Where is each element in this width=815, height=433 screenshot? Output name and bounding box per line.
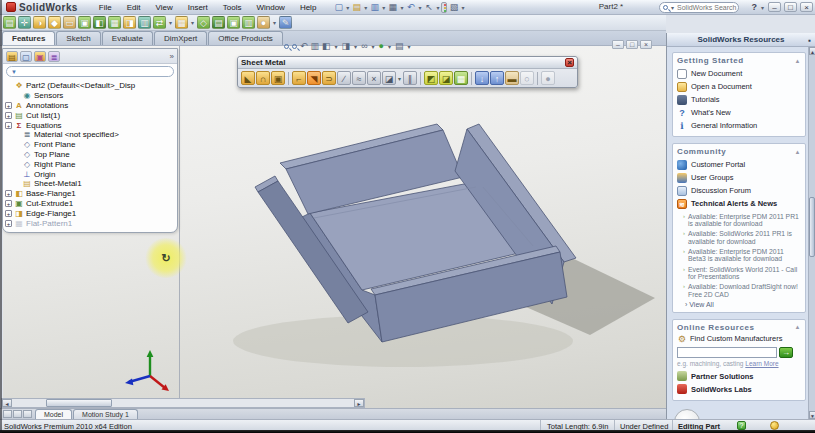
rip-icon[interactable]: ∥ <box>403 71 417 85</box>
link-open-a-document[interactable]: Open a Document <box>677 80 801 93</box>
panel-splitter[interactable] <box>179 46 180 408</box>
zoom-fit-icon[interactable] <box>284 44 289 49</box>
scene-icon[interactable]: ▤ <box>395 41 404 51</box>
sheet-metal-toolbar-titlebar[interactable]: Sheet Metal × <box>238 57 577 69</box>
tab-motion-study-1[interactable]: Motion Study 1 <box>73 409 138 419</box>
search-input[interactable] <box>677 4 737 11</box>
search-icon[interactable] <box>663 5 668 10</box>
appearances-icon[interactable]: ● <box>379 41 384 51</box>
tool-icon-6[interactable]: ▣ <box>78 16 91 29</box>
expand-icon[interactable]: + <box>5 210 12 217</box>
tree-item-flat-pattern1[interactable]: +▦Flat-Pattern1 <box>3 218 177 228</box>
tool-icon-2[interactable]: ✛ <box>18 16 31 29</box>
close-button[interactable]: × <box>800 2 813 12</box>
edge-flange-icon[interactable]: ⌐ <box>292 71 306 85</box>
menu-tools[interactable]: Tools <box>216 2 249 13</box>
save-caret-icon[interactable]: ▾ <box>382 4 385 11</box>
link-partner-solutions[interactable]: Partner Solutions <box>677 370 801 383</box>
base-flange-icon[interactable]: ◣ <box>241 71 255 85</box>
tab-office-products[interactable]: Office Products <box>208 31 283 45</box>
split-pane-icon[interactable] <box>23 410 32 418</box>
tree-item-cut-extrude1[interactable]: +▣Cut-Extrude1 <box>3 199 177 209</box>
link-solidworks-labs[interactable]: SolidWorks Labs <box>677 383 801 396</box>
expand-icon[interactable]: + <box>5 122 12 129</box>
vent-icon[interactable]: ▦ <box>454 71 468 85</box>
tool-icon-3[interactable]: ◑ <box>33 16 46 29</box>
view-orientation-icon[interactable]: ◧ <box>322 41 331 51</box>
flatten-icon[interactable]: ▬ <box>505 71 519 85</box>
doc-restore-button[interactable]: □ <box>626 40 638 49</box>
tree-filter[interactable]: ▼ <box>6 66 174 77</box>
link-technical-alerts[interactable]: ≋Technical Alerts & News <box>677 197 801 210</box>
tree-item-edge-flange1[interactable]: +◨Edge-Flange1 <box>3 208 177 218</box>
news-item[interactable]: ›Available: Download DraftSight now! Fre… <box>683 283 801 298</box>
new-caret-icon[interactable]: ▾ <box>346 4 349 11</box>
hide-show-items-icon[interactable]: ∞ <box>361 41 367 51</box>
tree-item-equations[interactable]: +ΣEquations <box>3 120 177 130</box>
tab-evaluate[interactable]: Evaluate <box>102 31 153 45</box>
extruded-cut-icon[interactable]: ◪ <box>382 71 396 85</box>
previous-view-icon[interactable]: ↶ <box>300 41 308 51</box>
print-icon[interactable]: ▦ <box>387 2 398 13</box>
tree-item-material[interactable]: ≣Material <not specified> <box>3 130 177 140</box>
menu-help[interactable]: Help <box>293 2 323 13</box>
link-user-groups[interactable]: User Groups <box>677 171 801 184</box>
scene-caret-icon[interactable]: ▾ <box>408 43 411 50</box>
tool-icon-16[interactable]: ▥ <box>242 16 255 29</box>
save-icon[interactable]: ▥ <box>369 2 380 13</box>
print-caret-icon[interactable]: ▾ <box>400 4 403 11</box>
section-view-icon[interactable]: ▥ <box>311 41 320 51</box>
scroll-down-icon[interactable]: ▼ <box>809 411 815 419</box>
display-style-icon[interactable]: ◨ <box>342 41 351 51</box>
tree-item-sensors[interactable]: ◉Sensors <box>3 91 177 101</box>
tool-icon-10[interactable]: ▥ <box>138 16 151 29</box>
task-pane-header[interactable]: SolidWorks Resources ▪ <box>667 33 815 47</box>
help-icon[interactable]: ? <box>751 2 757 12</box>
tree-item-part2[interactable]: ❖Part2 (Default<<Default>_Disp <box>3 81 177 91</box>
tool-caret-icon[interactable]: ▾ <box>273 19 276 26</box>
task-pane-scrollbar[interactable]: ▲ ▼ <box>808 47 815 419</box>
tool-icon-13[interactable]: ◇ <box>197 16 210 29</box>
expand-icon[interactable]: + <box>5 200 12 207</box>
welded-corner-icon[interactable]: ◪ <box>439 71 453 85</box>
menu-view[interactable]: View <box>149 2 180 13</box>
menu-file[interactable]: File <box>92 2 119 13</box>
go-button[interactable]: → <box>779 347 793 358</box>
tree-item-sheet-metal1[interactable]: ▤Sheet-Metal1 <box>3 179 177 189</box>
display-style-caret-icon[interactable]: ▾ <box>354 43 357 50</box>
toolbar-close-icon[interactable]: × <box>565 58 574 67</box>
hscroll-thumb[interactable] <box>46 399 112 407</box>
scrollbar-thumb[interactable] <box>809 197 815 257</box>
cross-break-icon[interactable]: × <box>367 71 381 85</box>
tool-caret-icon[interactable]: ▾ <box>169 19 172 26</box>
sheet-metal-caret-icon[interactable]: ▾ <box>398 75 401 82</box>
tool-icon-14[interactable]: ▤ <box>212 16 225 29</box>
split-pane-icon[interactable] <box>13 410 22 418</box>
minimize-button[interactable]: – <box>768 2 781 12</box>
feature-manager-tab-icon[interactable]: ▤ <box>6 51 18 62</box>
link-general-information[interactable]: ℹGeneral Information <box>677 119 801 132</box>
miter-flange-icon[interactable]: ◥ <box>307 71 321 85</box>
news-item[interactable]: ›Available: Enterprise PDM 2011 Beta3 is… <box>683 248 801 263</box>
options-icon[interactable]: ▧ <box>448 2 459 13</box>
tool-icon-5[interactable]: ▭ <box>63 16 76 29</box>
tab-dimxpert[interactable]: DimXpert <box>154 31 207 45</box>
tab-sketch[interactable]: Sketch <box>56 31 100 45</box>
convert-to-sheet-metal-icon[interactable]: ▣ <box>271 71 285 85</box>
tree-item-top-plane[interactable]: ◇Top Plane <box>3 150 177 160</box>
sketched-bend-icon[interactable]: ∕ <box>337 71 351 85</box>
property-manager-tab-icon[interactable]: ▢ <box>20 51 32 62</box>
tree-item-origin[interactable]: ⊥Origin <box>3 169 177 179</box>
quick-tips-icon[interactable]: ? <box>737 421 746 430</box>
learn-more-link[interactable]: Learn More <box>745 360 778 367</box>
insert-bends-icon[interactable]: ● <box>541 71 555 85</box>
menu-edit[interactable]: Edit <box>120 2 148 13</box>
news-item[interactable]: ›Available: SolidWorks 2011 PR1 is avail… <box>683 230 801 245</box>
tool-icon-1[interactable]: ▤ <box>3 16 16 29</box>
configuration-manager-tab-icon[interactable]: ▣ <box>34 51 46 62</box>
view-all-link[interactable]: › View All <box>677 301 801 308</box>
expand-icon[interactable]: + <box>5 190 12 197</box>
tool-icon-4[interactable]: ◆ <box>48 16 61 29</box>
scroll-right-icon[interactable]: ► <box>354 399 364 407</box>
link-tutorials[interactable]: Tutorials <box>677 93 801 106</box>
